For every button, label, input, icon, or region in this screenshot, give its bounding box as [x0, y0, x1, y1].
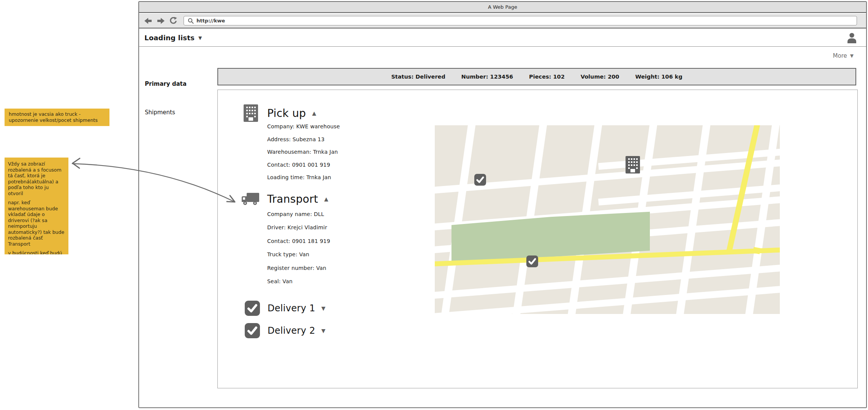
sidebar-item-shipments[interactable]: Shipments	[145, 109, 175, 116]
more-label: More	[833, 52, 847, 59]
sticky-note-paragraph: Vždy sa zobrazí rozbalená a s focusom tá…	[8, 161, 65, 196]
delivery2-title: Delivery 2	[268, 325, 315, 336]
url-text: http://kwe	[196, 18, 225, 24]
back-button[interactable]	[144, 16, 153, 25]
transport-section-header: Transport ▲	[241, 192, 328, 206]
search-icon	[188, 18, 194, 24]
loading-lists-dropdown[interactable]: Loading lists ▼	[144, 34, 202, 42]
check-icon	[245, 301, 260, 316]
browser-window: A Web Page http://kwe	[138, 1, 867, 408]
chevron-up-icon: ▲	[324, 196, 328, 202]
loading-lists-label: Loading lists	[144, 34, 195, 42]
shipment-detail-panel: Pick up ▲ Company: KWE warehouse Address…	[217, 90, 858, 388]
sticky-note-paragraph: napr. keď warehouseman bude vkladať údaj…	[8, 200, 65, 247]
route-map[interactable]	[435, 125, 780, 314]
shipment-status-bar: Status: Delivered Number: 123456 Pieces:…	[217, 68, 856, 85]
delivery2-section-toggle[interactable]: Delivery 2 ▼	[268, 325, 325, 336]
field-register-number: Register number: Van	[267, 262, 330, 275]
pickup-title: Pick up	[267, 107, 306, 120]
more-button[interactable]: More ▼	[833, 52, 854, 59]
status-field: Number: 123456	[461, 74, 513, 80]
browser-title: A Web Page	[488, 4, 517, 10]
field-driver: Driver: Krejci Vladimir	[267, 221, 330, 234]
browser-toolbar: http://kwe	[139, 14, 866, 28]
field-company: Company: KWE warehouse	[267, 120, 340, 133]
forward-arrow-icon	[157, 17, 165, 25]
app-body: More ▼ Primary data Shipments Status: De…	[139, 47, 866, 407]
status-field: Weight: 106 kg	[635, 74, 682, 80]
truck-icon	[241, 192, 260, 206]
chevron-down-icon: ▼	[198, 36, 202, 40]
field-warehouseman: Warehouseman: Trnka Jan	[267, 146, 340, 159]
chevron-down-icon: ▼	[850, 54, 854, 58]
building-icon	[244, 104, 258, 122]
sticky-note-paragraph: v budúcnosti keď budú vodiči disponovať …	[8, 250, 65, 254]
pickup-section-toggle[interactable]: Pick up ▲	[267, 107, 316, 120]
delivery1-section-header: Delivery 1 ▼	[245, 301, 325, 316]
delivery2-section-header: Delivery 2 ▼	[245, 323, 325, 338]
field-contact: Contact: 0901 001 919	[267, 159, 340, 172]
sticky-note-text: hmotnost je vacsia ako truck - upozornen…	[9, 111, 98, 123]
check-icon	[245, 323, 260, 338]
delivery1-title: Delivery 1	[268, 303, 315, 314]
delivery-check-map-marker[interactable]	[474, 174, 486, 186]
transport-section-toggle[interactable]: Transport ▲	[267, 193, 328, 205]
forward-button[interactable]	[156, 16, 165, 25]
pickup-section-header: Pick up ▲	[244, 104, 316, 122]
map-street	[673, 125, 713, 314]
field-loading-time: Loading time: Trnka Jan	[267, 171, 340, 184]
url-input[interactable]: http://kwe	[184, 16, 857, 25]
field-contact: Contact: 0901 181 919	[267, 235, 330, 248]
delivery1-section-toggle[interactable]: Delivery 1 ▼	[268, 303, 325, 314]
transport-fields: Company name: DLL Driver: Krejci Vladimi…	[267, 208, 330, 288]
sticky-note-weight-warning: hmotnost je vacsia ako truck - upozornen…	[5, 109, 109, 126]
map-street	[438, 125, 478, 314]
field-seal: Seal: Van	[267, 275, 330, 288]
chevron-up-icon: ▲	[312, 110, 316, 116]
field-company-name: Company name: DLL	[267, 208, 330, 221]
app-header: Loading lists ▼	[139, 29, 866, 47]
pickup-fields: Company: KWE warehouse Address: Subezna …	[267, 120, 340, 184]
delivery-check-map-marker[interactable]	[526, 255, 538, 267]
transport-title: Transport	[267, 193, 318, 205]
status-field: Volume: 200	[581, 74, 619, 80]
sidebar-item-primary-data[interactable]: Primary data	[145, 80, 187, 87]
field-truck-type: Truck type: Van	[267, 248, 330, 261]
sticky-note-expand-behavior: Vždy sa zobrazí rozbalená a s focusom tá…	[5, 158, 68, 254]
chevron-down-icon: ▼	[322, 306, 326, 311]
refresh-button[interactable]	[169, 16, 178, 25]
chevron-down-icon: ▼	[322, 328, 326, 333]
field-address: Address: Subezna 13	[267, 133, 340, 146]
refresh-icon	[169, 17, 177, 25]
status-field: Status: Delivered	[391, 74, 445, 80]
browser-titlebar: A Web Page	[139, 2, 866, 13]
warehouse-map-marker[interactable]	[626, 156, 640, 173]
back-arrow-icon	[144, 17, 152, 25]
user-icon[interactable]	[847, 32, 857, 43]
status-field: Pieces: 102	[529, 74, 565, 80]
